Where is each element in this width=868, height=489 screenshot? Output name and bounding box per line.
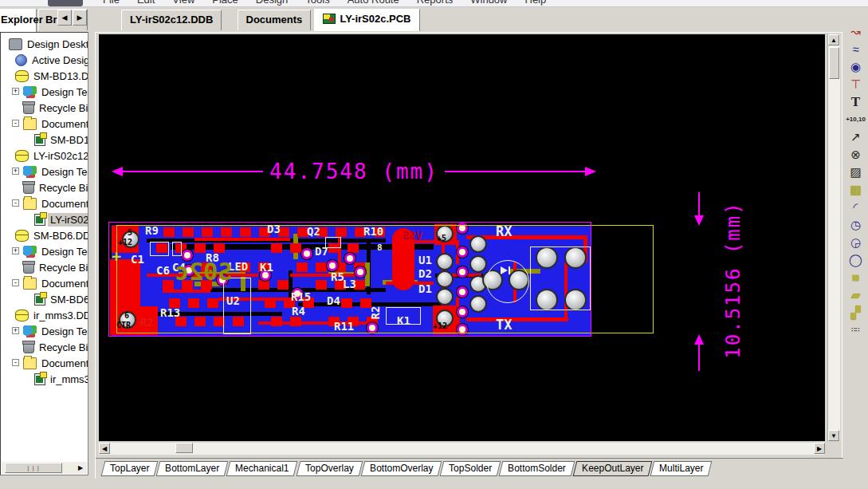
place-fill-icon[interactable]: ▨ <box>846 164 866 180</box>
place-rectangle-fill-icon[interactable]: ■ <box>846 269 866 286</box>
tree-item-design-team[interactable]: Design Team <box>23 164 88 179</box>
tree-item-recycle-bin[interactable]: Recycle Bin <box>23 179 88 195</box>
tree-item-sm-bd6-ddb[interactable]: SM-BD6.DDB <box>15 227 88 243</box>
canvas-hscrollbar[interactable]: ◀ ▶ <box>99 443 825 455</box>
menu-window[interactable]: Window <box>461 0 516 6</box>
silkscreen-label: K1 <box>397 314 410 327</box>
tree-item-sm-bd13-pcb[interactable]: SM-BD13.PCB <box>34 132 88 148</box>
hscroll-thumb[interactable] <box>175 443 193 453</box>
menu-design[interactable]: Design <box>247 0 297 6</box>
menu-auto-route[interactable]: Auto Route <box>339 0 408 6</box>
tree-item-ly-irs02c-pcb[interactable]: LY-irS02c.PCB <box>34 211 88 227</box>
place-arc-center-icon[interactable]: ◷ <box>846 216 866 233</box>
silkscreen-label: +12 <box>433 321 447 330</box>
tree-item-sm-bd13-ddb[interactable]: SM-BD13.DDB <box>15 68 88 84</box>
layer-tab-mechanical1[interactable]: Mechanical1 <box>226 461 298 476</box>
tree-item-recycle-bin[interactable]: Recycle Bin <box>23 100 88 116</box>
interactive-routing-icon[interactable]: ↝ <box>846 23 866 40</box>
vscroll-down-arrow-icon[interactable]: ▼ <box>828 430 839 441</box>
tree-item-sm-bd6-pcb[interactable]: SM-BD6.PCB <box>34 291 88 307</box>
tree-item-label: ir_mms3.PCB <box>48 373 88 386</box>
tree-item-label: Design Team <box>39 85 88 99</box>
tree-item-recycle-bin[interactable]: Recycle Bin <box>23 259 88 275</box>
sidebar-hscroll-thumb[interactable]: | | | <box>5 463 62 473</box>
place-full-circle-icon[interactable]: ◯ <box>846 251 866 268</box>
place-component-icon[interactable]: ▦ <box>846 181 866 198</box>
place-dimension-icon[interactable]: ↗ <box>846 128 866 145</box>
tree-item-documents[interactable]: Documents <box>23 195 88 211</box>
layer-tab-bottomoverlay[interactable]: BottomOverlay <box>360 461 442 476</box>
menu-place[interactable]: Place <box>203 0 247 6</box>
db-icon <box>15 230 29 242</box>
tree-item-design-team[interactable]: Design Team <box>23 243 88 259</box>
layer-tab-toplayer[interactable]: TopLayer <box>101 461 159 476</box>
tree-item-documents[interactable]: Documents <box>23 275 88 291</box>
doc-tab-ly-irs02c-pcb[interactable]: LY-irS02c.PCB <box>314 9 419 31</box>
tree-item-ir-mms3-pcb[interactable]: ir_mms3.PCB <box>34 371 88 387</box>
silkscreen-label: +5 <box>437 234 446 243</box>
browse-left-arrow-icon[interactable]: ◀ <box>57 10 72 26</box>
team-icon <box>23 246 37 258</box>
dimension-right-arrow-icon <box>585 167 596 176</box>
vscroll-up-arrow-icon[interactable]: ▲ <box>828 34 839 45</box>
expand-box-icon[interactable]: + <box>12 168 19 175</box>
tree-item-documents[interactable]: Documents <box>23 355 88 371</box>
tree-item-label: LY-irS02c.PCB <box>48 213 88 227</box>
layer-tab-topsolder[interactable]: TopSolder <box>439 461 501 476</box>
collapse-box-icon[interactable]: - <box>12 120 19 127</box>
place-string-icon[interactable]: T <box>846 93 866 110</box>
sidebar-hscroll-right-arrow-icon[interactable]: ▶ <box>75 463 86 473</box>
menu-reports[interactable]: Reports <box>408 0 462 6</box>
layer-tab-bottomsolder[interactable]: BottomSolder <box>499 461 575 476</box>
layer-tab-bottomlayer[interactable]: BottomLayer <box>156 461 229 476</box>
vdim-down-arrow-icon <box>694 215 704 226</box>
canvas-vscrollbar[interactable]: ▲ ▼ <box>827 34 840 441</box>
collapse-box-icon[interactable]: - <box>12 279 19 286</box>
tree-item-ir-mms3-ddb[interactable]: ir_mms3.DDB <box>15 307 88 323</box>
place-track-icon[interactable]: ≈ <box>846 41 866 57</box>
place-pad-icon[interactable]: ◉ <box>846 58 866 75</box>
tree-item-ly-irs02c12-ddb[interactable]: LY-irS02c12.DDB <box>15 148 88 164</box>
layer-tab-topoverlay[interactable]: TopOverlay <box>296 461 362 476</box>
db-icon <box>15 150 29 162</box>
paste-array-icon[interactable]: ∷∷ <box>846 321 866 338</box>
hscroll-left-arrow-icon[interactable]: ◀ <box>99 443 110 454</box>
tab-explorer[interactable]: Explorer <box>0 9 37 32</box>
silkscreen-label: TX <box>496 317 512 333</box>
expand-box-icon[interactable]: + <box>12 247 19 254</box>
place-arc-edge-icon[interactable]: ◜ <box>846 199 866 215</box>
tree-item-design-desktop[interactable]: Design Desktop <box>9 36 88 52</box>
app-logo <box>48 0 83 6</box>
collapse-box-icon[interactable]: - <box>12 359 19 366</box>
tree-item-active-design[interactable]: Active Design <box>15 52 88 68</box>
expand-box-icon[interactable]: + <box>12 327 19 334</box>
place-via-icon[interactable]: ⊤ <box>846 76 866 93</box>
place-split-plane-icon[interactable]: ▞ <box>846 304 866 321</box>
menu-tools[interactable]: Tools <box>297 0 338 6</box>
layer-tab-label: TopLayer <box>110 463 149 474</box>
place-coordinate-icon[interactable]: +10,10 <box>846 111 866 128</box>
browse-right-arrow-icon[interactable]: ▶ <box>73 10 87 26</box>
doc-tab-documents[interactable]: Documents <box>238 10 312 30</box>
tree-item-design-team[interactable]: Design Team <box>23 84 88 100</box>
menu-file[interactable]: File <box>94 0 128 6</box>
doc-icon <box>34 373 45 385</box>
doc-tab-ly-irs02c12-ddb[interactable]: LY-irS02c12.DDB <box>121 10 222 30</box>
menu-help[interactable]: Help <box>516 0 556 6</box>
menu-edit[interactable]: Edit <box>128 0 163 6</box>
vscroll-thumb[interactable] <box>829 47 839 79</box>
place-arc-angles-icon[interactable]: ◶ <box>846 234 866 250</box>
menu-view[interactable]: View <box>163 0 203 6</box>
tree-item-design-team[interactable]: Design Team <box>23 323 88 339</box>
tree-item-documents[interactable]: Documents <box>23 116 88 132</box>
hscroll-right-arrow-icon[interactable]: ▶ <box>814 443 825 454</box>
layer-tab-multilayer[interactable]: MultiLayer <box>650 461 713 476</box>
collapse-box-icon[interactable]: - <box>12 199 19 207</box>
tree-item-recycle-bin[interactable]: Recycle Bin <box>23 339 88 355</box>
layer-tab-keepoutlayer[interactable]: KeepOutLayer <box>572 461 652 476</box>
place-polygon-plane-icon[interactable]: ▰ <box>846 286 866 303</box>
place-keepout-icon[interactable]: ⊗ <box>846 146 866 163</box>
sidebar-hscrollbar[interactable]: | | | ▶ <box>2 462 87 474</box>
pcb-canvas[interactable]: R9C1C6C4R8LEDK1D3Q2D7R108R5L3R15D4R4R11R… <box>99 34 825 441</box>
expand-box-icon[interactable]: + <box>12 88 19 95</box>
